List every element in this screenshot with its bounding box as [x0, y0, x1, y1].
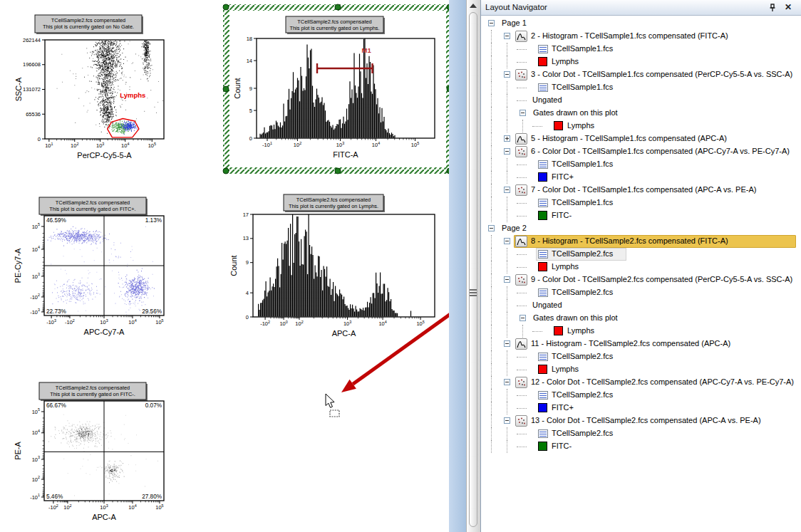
tree-stub — [517, 177, 527, 178]
tree-row[interactable]: 2 - Histogram - TCellSample1.fcs compens… — [481, 30, 801, 43]
tree-row[interactable]: 12 - Color Dot - TCellSample2.fcs compen… — [481, 376, 801, 389]
plot-title-line1: TCellSample2.fcs compensated — [56, 385, 130, 391]
selection-handle[interactable] — [223, 86, 229, 92]
tree-stub — [517, 357, 527, 358]
tree-row[interactable]: 3 - Color Dot - TCellSample1.fcs compens… — [481, 68, 801, 81]
expand-toggle[interactable] — [504, 276, 510, 283]
splitter-grip-icon[interactable] — [470, 288, 477, 298]
pin-icon[interactable] — [767, 2, 778, 14]
tree-row[interactable]: TCellSample1.fcs — [481, 197, 801, 209]
expand-toggle[interactable] — [504, 135, 510, 142]
tree-item-label: TCellSample2.fcs — [552, 390, 613, 399]
plot-title-box[interactable]: TCellSample2.fcs compensatedThis plot is… — [286, 16, 385, 34]
tree-guide — [491, 248, 492, 261]
selection-handle[interactable] — [223, 168, 229, 174]
tree-guide — [491, 427, 492, 440]
navigator-titlebar[interactable]: Layout Navigator ✕ — [481, 0, 801, 16]
expand-toggle[interactable] — [488, 20, 495, 26]
tree-stub — [517, 100, 527, 101]
tree-row[interactable]: FITC+ — [481, 402, 801, 414]
expand-toggle[interactable] — [504, 379, 510, 385]
tree-row[interactable]: FITC- — [481, 440, 801, 453]
tree-row[interactable]: TCellSample2.fcs — [481, 286, 801, 299]
expand-toggle[interactable] — [504, 238, 510, 244]
tree-row[interactable]: FITC- — [481, 209, 801, 222]
expand-toggle[interactable] — [520, 110, 526, 116]
expand-toggle[interactable] — [504, 71, 510, 78]
tree-item-label: Ungated — [532, 301, 562, 309]
tree-row[interactable]: TCellSample2.fcs — [481, 389, 801, 402]
gate-color-swatch — [538, 211, 547, 220]
scroll-up-arrow-icon[interactable] — [470, 4, 477, 8]
tree-row[interactable]: 9 - Color Dot - TCellSample2.fcs compens… — [481, 273, 801, 286]
expand-toggle[interactable] — [520, 315, 526, 321]
plot-title-box[interactable]: TCellSample2.fcs compensatedThis plot is… — [284, 194, 385, 212]
tree-row[interactable]: 6 - Color Dot - TCellSample1.fcs compens… — [481, 145, 801, 158]
splitter-thumb[interactable] — [469, 12, 477, 527]
tree-item-label: FITC- — [552, 211, 572, 219]
tick-label: 4 — [246, 290, 249, 296]
quadrant-percent-tr: 0.07% — [145, 402, 162, 409]
gate-label[interactable]: Lymphs — [120, 91, 145, 99]
tree-row[interactable]: TCellSample2.fcs — [481, 427, 801, 440]
tree-item-label: 8 - Histogram - TCellSample2.fcs compens… — [531, 236, 728, 245]
plot-title-box[interactable]: TCellSample2.fcs compensatedThis plot is… — [39, 197, 148, 216]
plot-title-box[interactable]: TCellSample2.fcs compensatedThis plot is… — [39, 382, 148, 401]
tree-row[interactable]: Lymphs — [481, 363, 801, 376]
expand-toggle[interactable] — [504, 148, 510, 155]
tree-item-label: 5 - Histogram - TCellSample1.fcs compens… — [531, 134, 727, 142]
tree-row[interactable]: Lymphs — [481, 120, 801, 132]
plot-title-box[interactable]: TCellSample2.fcs compensatedThis plot is… — [35, 15, 143, 34]
tree-stub — [517, 408, 527, 409]
selection-handle[interactable] — [223, 4, 229, 10]
tree-row[interactable]: TCellSample2.fcs — [481, 248, 801, 261]
tree-row[interactable]: Lymphs — [481, 261, 801, 273]
tick-label: 9 — [249, 85, 252, 92]
tree-row[interactable]: 11 - Histogram - TCellSample2.fcs compen… — [481, 338, 801, 350]
tree-guide — [491, 414, 492, 427]
plot-11-histogram-apc[interactable]: TCellSample2.fcs compensatedThis plot is… — [229, 194, 435, 338]
expand-toggle[interactable] — [504, 33, 510, 39]
tree-item-label: Page 1 — [502, 19, 527, 27]
tree-row[interactable]: Page 2 — [481, 222, 801, 235]
y-axis-title: Count — [229, 255, 238, 276]
tree-item-label: FITC+ — [552, 403, 574, 412]
tree-row[interactable]: 8 - Histogram - TCellSample2.fcs compens… — [481, 235, 801, 248]
tree-row[interactable]: Lymphs — [481, 325, 801, 338]
expand-toggle[interactable] — [504, 187, 510, 193]
expand-toggle[interactable] — [504, 417, 510, 424]
tree-row[interactable]: TCellSample1.fcs — [481, 81, 801, 94]
tree-row[interactable]: Lymphs — [481, 56, 801, 68]
tree-row[interactable]: Ungated — [481, 94, 801, 107]
tree-guide — [507, 94, 507, 107]
quadrant-percent-bl: 22.73% — [46, 308, 66, 315]
tree-row[interactable]: FITC+ — [481, 171, 801, 184]
tick-label: 14 — [247, 58, 252, 64]
tree-item-label: Lymphs — [552, 262, 579, 271]
layout-canvas[interactable]: TCellSample2.fcs compensatedThis plot is… — [0, 0, 449, 532]
tree-row[interactable]: TCellSample1.fcs — [481, 158, 801, 171]
tree-row[interactable]: Page 1 — [481, 17, 801, 30]
tree-item-label: Ungated — [532, 95, 562, 104]
tree-item-label: Lymphs — [567, 326, 594, 335]
tree-stub — [517, 165, 527, 165]
tree-row[interactable]: Gates drawn on this plot — [481, 107, 801, 120]
selection-handle[interactable] — [335, 4, 341, 10]
tree-row[interactable]: 5 - Histogram - TCellSample1.fcs compens… — [481, 132, 801, 145]
tree-row[interactable]: 7 - Color Dot - TCellSample1.fcs compens… — [481, 184, 801, 197]
panel-splitter[interactable] — [466, 0, 480, 532]
expand-toggle[interactable] — [488, 225, 495, 231]
expand-toggle[interactable] — [504, 340, 510, 347]
tree-row[interactable]: TCellSample2.fcs — [481, 350, 801, 363]
tree-guide — [491, 235, 492, 248]
data-file-icon — [538, 250, 548, 259]
tree-row[interactable]: Gates drawn on this plot — [481, 312, 801, 325]
tree-guide — [491, 43, 492, 56]
tree-guide — [507, 286, 507, 299]
close-icon[interactable]: ✕ — [782, 1, 794, 13]
tree-item-label: TCellSample1.fcs — [552, 44, 613, 53]
tree-row[interactable]: Ungated — [481, 299, 801, 312]
selection-handle[interactable] — [335, 168, 341, 174]
tree-row[interactable]: TCellSample1.fcs — [481, 43, 801, 56]
tree-row[interactable]: 13 - Color Dot - TCellSample2.fcs compen… — [481, 414, 801, 427]
